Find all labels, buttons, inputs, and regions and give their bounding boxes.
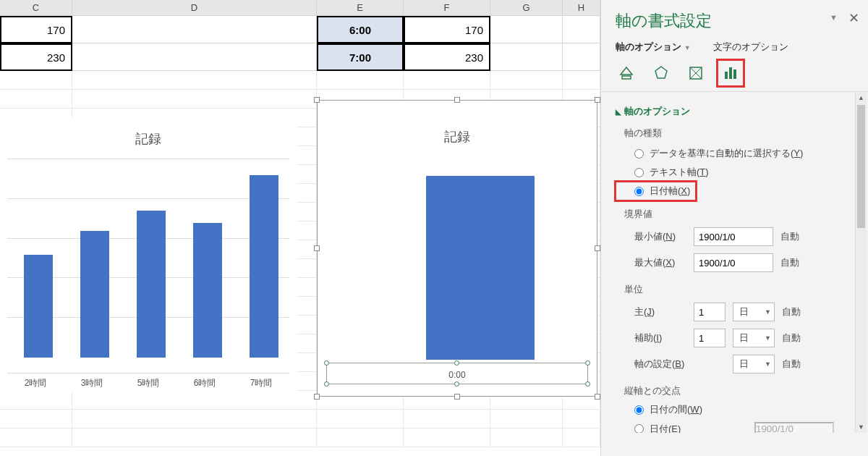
scroll-thumb[interactable] xyxy=(857,105,865,228)
close-icon[interactable]: ✕ xyxy=(848,10,859,26)
svg-marker-0 xyxy=(655,67,667,78)
chart-right-xlabel: 0:00 xyxy=(318,370,597,380)
chart-left-bar[interactable] xyxy=(250,175,278,358)
chart-right-title[interactable]: 記録 xyxy=(318,128,597,145)
major-label: 主(J) xyxy=(634,305,686,318)
minor-unit-combo[interactable]: 日▼ xyxy=(733,329,775,347)
section-axis-options[interactable]: ◣軸のオプション xyxy=(616,98,868,122)
crosses-label: 縦軸との交点 xyxy=(616,377,868,400)
min-auto-label: 自動 xyxy=(780,230,799,243)
fill-line-icon[interactable] xyxy=(616,62,637,84)
col-header-e[interactable]: E xyxy=(317,0,404,15)
minor-label: 補助(I) xyxy=(634,332,686,345)
radio-crosses-between[interactable]: 日付の間(W) xyxy=(616,400,868,419)
format-axis-panel: 軸の書式設定 ▼ ✕ 軸のオプション ▼ 文字のオプション ▲ xyxy=(600,0,868,456)
resize-handle[interactable] xyxy=(595,394,600,400)
max-label: 最大値(X) xyxy=(634,256,686,269)
cell-f-2[interactable]: 230 xyxy=(404,43,490,71)
resize-handle[interactable] xyxy=(314,97,320,103)
cell-g-1[interactable] xyxy=(490,16,563,43)
cell-c-2[interactable]: 230 xyxy=(0,43,72,71)
radio-auto-select[interactable]: データを基準に自動的に選択する(Y) xyxy=(616,144,868,163)
resize-handle[interactable] xyxy=(595,97,600,103)
chart-left-xlabels: 2時間 3時間 5時間 6時間 7時間 xyxy=(7,377,289,389)
bounds-label: 境界値 xyxy=(616,200,868,224)
chart-left-bar[interactable] xyxy=(137,211,166,358)
scroll-up-icon[interactable]: ▲ xyxy=(856,92,867,104)
chart-left[interactable]: 記録 2時間 3時間 5時間 xyxy=(0,117,297,392)
max-auto-label: 自動 xyxy=(780,256,799,269)
panel-title: 軸の書式設定 xyxy=(601,0,868,36)
cell-f-1[interactable]: 170 xyxy=(404,16,490,43)
axis-setting-auto-label: 自動 xyxy=(782,358,801,371)
size-icon[interactable] xyxy=(685,62,707,84)
resize-handle[interactable] xyxy=(314,394,320,400)
minor-auto-label: 自動 xyxy=(782,332,801,345)
resize-handle[interactable] xyxy=(454,394,460,400)
cell-e-2[interactable]: 7:00 xyxy=(317,43,404,71)
axis-setting-combo[interactable]: 日▼ xyxy=(733,355,775,373)
radio-date-axis[interactable]: 日付軸(X) xyxy=(616,182,696,200)
major-auto-label: 自動 xyxy=(782,305,801,318)
cell-c-1[interactable]: 170 xyxy=(0,16,72,43)
svg-rect-3 xyxy=(729,67,732,79)
axis-options-icon[interactable] xyxy=(720,62,741,84)
cell-g-2[interactable] xyxy=(490,43,563,71)
cell-d-1[interactable] xyxy=(72,16,317,43)
scrollbar[interactable]: ▲ ▼ xyxy=(855,92,867,433)
chart-right[interactable]: 記録 0:00 xyxy=(317,100,597,397)
crosses-date-input xyxy=(754,422,834,433)
chart-left-bar[interactable] xyxy=(193,223,222,358)
cell-d-2[interactable] xyxy=(72,43,317,71)
svg-rect-4 xyxy=(733,69,736,79)
resize-handle[interactable] xyxy=(454,97,460,103)
chart-right-bar[interactable] xyxy=(426,176,535,360)
cell-e-1[interactable]: 6:00 xyxy=(317,16,404,43)
resize-handle[interactable] xyxy=(314,245,320,251)
chart-left-bar[interactable] xyxy=(80,231,109,358)
tab-axis-options[interactable]: 軸のオプション ▼ xyxy=(616,41,701,52)
min-label: 最小値(N) xyxy=(634,230,686,243)
chart-left-bar[interactable] xyxy=(24,255,53,358)
max-input[interactable] xyxy=(694,253,773,272)
unit-label: 単位 xyxy=(616,276,868,299)
scroll-down-icon[interactable]: ▼ xyxy=(856,421,867,433)
col-header-c[interactable]: C xyxy=(0,0,72,15)
major-input[interactable] xyxy=(694,303,726,321)
cell-h-2[interactable] xyxy=(563,43,600,71)
major-unit-combo[interactable]: 日▼ xyxy=(733,303,775,321)
col-header-f[interactable]: F xyxy=(404,0,490,15)
chart-left-title: 記録 xyxy=(0,130,297,148)
minor-input[interactable] xyxy=(694,329,726,347)
col-header-h[interactable]: H xyxy=(563,0,600,15)
radio-text-axis[interactable]: テキスト軸(T) xyxy=(616,163,868,182)
col-header-d[interactable]: D xyxy=(72,0,317,15)
axis-setting-label: 軸の設定(B) xyxy=(634,358,686,371)
resize-handle[interactable] xyxy=(595,245,600,251)
col-header-g[interactable]: G xyxy=(490,0,563,15)
cell-h-1[interactable] xyxy=(563,16,600,43)
effects-icon[interactable] xyxy=(650,62,672,84)
axis-type-label: 軸の種類 xyxy=(616,122,868,144)
radio-crosses-date[interactable]: 日付(E) xyxy=(634,423,681,434)
min-input[interactable] xyxy=(694,227,773,246)
tab-text-options[interactable]: 文字のオプション xyxy=(713,41,788,52)
panel-dropdown-icon[interactable]: ▼ xyxy=(830,13,838,22)
svg-rect-2 xyxy=(725,72,728,79)
